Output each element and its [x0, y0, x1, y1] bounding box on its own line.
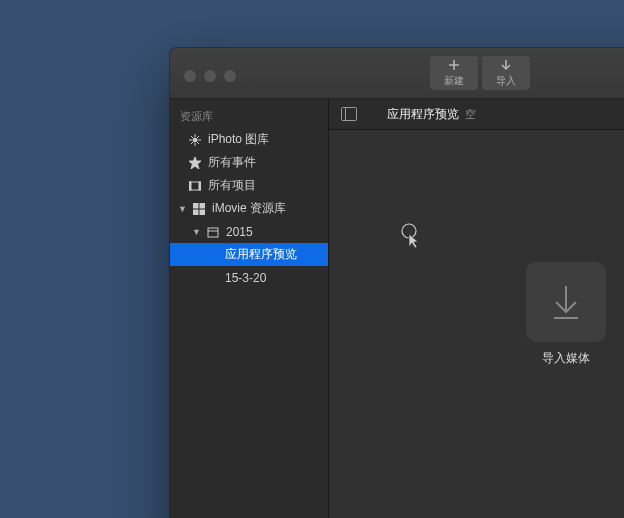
svg-line-11: [197, 136, 199, 138]
window-traffic-lights: [184, 70, 236, 82]
cursor-icon: [400, 223, 422, 253]
star-icon: [188, 156, 202, 170]
sidebar-item-label: 所有事件: [208, 154, 256, 171]
sidebar-item-label: 应用程序预览: [225, 246, 297, 263]
sidebar-toggle-icon[interactable]: [341, 107, 357, 121]
main-area: 应用程序预览 空 隐藏被拒 导入媒: [329, 99, 624, 518]
sidebar-item-label: 15-3-20: [225, 271, 266, 285]
sidebar-item-label: 所有项目: [208, 177, 256, 194]
import-button-label: 导入: [496, 74, 516, 88]
close-window-icon[interactable]: [184, 70, 196, 82]
titlebar: 新建 导入: [170, 48, 624, 99]
svg-rect-14: [189, 182, 191, 190]
arrow-down-large-icon: [548, 282, 584, 322]
sidebar-item-iphoto[interactable]: iPhoto 图库: [170, 128, 328, 151]
main-header: 应用程序预览 空 隐藏被拒: [329, 99, 624, 130]
svg-line-10: [191, 142, 193, 144]
minimize-window-icon[interactable]: [204, 70, 216, 82]
import-media-button[interactable]: [526, 262, 606, 342]
svg-line-9: [197, 142, 199, 144]
sidebar-item-app-preview[interactable]: 应用程序预览: [170, 243, 328, 266]
chevron-down-icon: ▼: [192, 227, 200, 237]
svg-line-8: [191, 136, 193, 138]
svg-rect-15: [199, 182, 201, 190]
sidebar-item-date[interactable]: 15-3-20: [170, 266, 328, 289]
sidebar-item-projects[interactable]: 所有项目: [170, 174, 328, 197]
sidebar-item-label: iMovie 资源库: [212, 200, 286, 217]
svg-rect-19: [200, 210, 205, 215]
sidebar-item-events[interactable]: 所有事件: [170, 151, 328, 174]
grid-icon: [192, 202, 206, 216]
svg-point-3: [193, 138, 197, 142]
sidebar-item-imovie-library[interactable]: ▼ iMovie 资源库: [170, 197, 328, 220]
svg-rect-18: [193, 210, 198, 215]
new-button-label: 新建: [444, 74, 464, 88]
calendar-icon: [206, 225, 220, 239]
import-media-label: 导入媒体: [526, 350, 606, 367]
arrow-down-icon: [499, 58, 513, 72]
sidebar-item-year[interactable]: ▼ 2015: [170, 220, 328, 243]
svg-rect-16: [193, 203, 198, 208]
film-icon: [188, 179, 202, 193]
plus-icon: [447, 58, 461, 72]
maximize-window-icon[interactable]: [224, 70, 236, 82]
svg-rect-17: [200, 203, 205, 208]
svg-rect-20: [208, 228, 218, 237]
sunflower-icon: [188, 133, 202, 147]
content-title: 应用程序预览: [387, 106, 459, 123]
sidebar-item-label: 2015: [226, 225, 253, 239]
svg-marker-12: [189, 157, 201, 169]
chevron-down-icon: ▼: [178, 204, 186, 214]
sidebar-item-label: iPhoto 图库: [208, 131, 269, 148]
new-button[interactable]: 新建: [430, 56, 478, 90]
content-empty-label: 空: [465, 107, 476, 122]
sidebar: 资源库 iPhoto 图库 所有事件 所有项目 ▼: [170, 99, 329, 518]
sidebar-section-header: 资源库: [170, 105, 328, 128]
app-window: 新建 导入 资源库 iPhoto 图库: [170, 48, 624, 518]
media-canvas: 导入媒体: [329, 130, 624, 518]
import-button[interactable]: 导入: [482, 56, 530, 90]
